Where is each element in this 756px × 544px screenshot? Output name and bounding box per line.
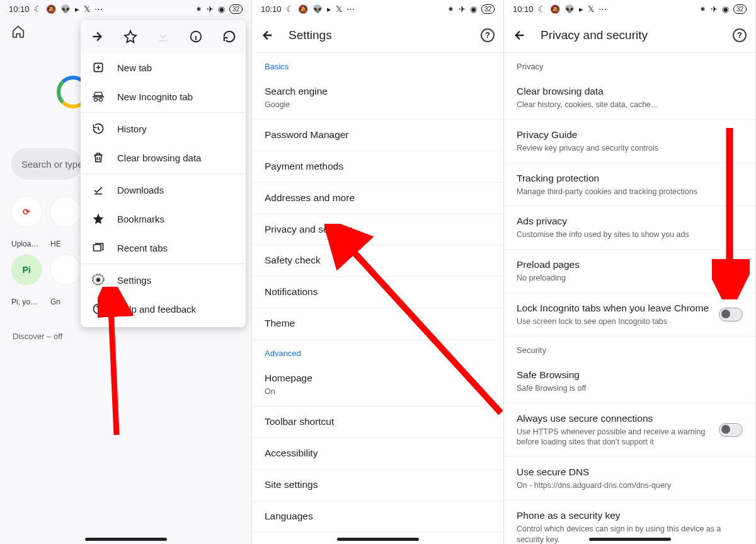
wifi-icon: ◉ <box>470 4 477 14</box>
setting-row[interactable]: Tracking protectionManage third-party co… <box>504 163 755 207</box>
setting-row[interactable]: Payment methods <box>252 151 503 183</box>
back-icon[interactable] <box>261 28 275 42</box>
setting-title: Clear browsing data <box>517 85 743 98</box>
panel-chrome-home: 10:10 ☾ 🔕 👽 ▸ 𝕏 ⋯ ⁕ ✈ ◉ 32 Search or typ… <box>0 0 252 544</box>
search-input[interactable]: Search or type URL <box>11 148 81 180</box>
incognito-icon <box>92 90 105 103</box>
help-icon[interactable]: ? <box>733 28 747 42</box>
panel-privacy: 10:10 ☾ 🔕 👽 ▸ 𝕏 ⋯ ⁕ ✈ ◉ 32 Privacy and s… <box>504 0 756 544</box>
setting-title: Safe Browsing <box>517 369 743 382</box>
tile-he[interactable] <box>50 197 81 231</box>
setting-subtitle: Manage third-party cookies and tracking … <box>517 187 743 197</box>
menu-bookmarks[interactable]: Bookmarks <box>81 204 246 233</box>
setting-row[interactable]: Ads privacyCustomise the info used by si… <box>504 206 755 250</box>
setting-row[interactable]: Addresses and more <box>252 183 503 214</box>
menu-downloads[interactable]: Downloads <box>81 175 246 204</box>
forward-icon[interactable] <box>90 30 104 43</box>
menu-label: New tab <box>117 62 152 73</box>
back-icon[interactable] <box>513 28 527 42</box>
setting-row[interactable]: Password Manager <box>252 120 503 151</box>
shortcut-tiles: ⟳ Uploading: 10... HE Pi Pi, your person… <box>11 197 81 306</box>
menu-help[interactable]: Help and feedback <box>81 294 246 323</box>
menu-new-tab[interactable]: New tab <box>81 53 246 82</box>
setting-row[interactable]: Preload pagesNo preloading <box>504 250 755 293</box>
setting-title: Phone as a security key <box>517 509 743 523</box>
bluetooth-icon: ⁕ <box>195 4 202 14</box>
search-placeholder: Search or type URL <box>21 159 81 170</box>
tile-pi[interactable]: Pi <box>11 255 42 289</box>
setting-subtitle: Control which devices can sign in by usi… <box>517 524 743 544</box>
home-icon[interactable] <box>11 25 25 38</box>
setting-row[interactable]: Notifications <box>252 277 503 308</box>
menu-label: New Incognito tab <box>117 91 193 102</box>
privacy-header: Privacy and security ? <box>504 18 755 53</box>
battery-icon: 32 <box>481 4 495 14</box>
mute-icon: 🔕 <box>46 4 56 14</box>
menu-recent-tabs[interactable]: Recent tabs <box>81 233 246 262</box>
setting-row[interactable]: Use secure DNSOn - https://dns.adguard-d… <box>504 457 755 501</box>
toggle-switch[interactable] <box>719 423 743 437</box>
toggle-switch[interactable] <box>719 308 743 321</box>
status-time: 10:10 <box>9 4 30 14</box>
setting-row[interactable]: Languages <box>252 501 503 533</box>
setting-row[interactable]: Lock Incognito tabs when you leave Chrom… <box>504 293 755 337</box>
wifi-icon: ◉ <box>722 4 729 14</box>
menu-label: Downloads <box>117 185 164 195</box>
settings-list: BasicsSearch engineGooglePassword Manage… <box>252 53 503 533</box>
setting-row[interactable]: Always use secure connectionsUse HTTPS w… <box>504 403 755 458</box>
airplane-icon: ✈ <box>711 4 718 14</box>
menu-history[interactable]: History <box>81 114 246 143</box>
status-bar: 10:10 ☾ 🔕 👽 ▸ 𝕏 ⋯ ⁕ ✈ ◉ 32 <box>504 0 755 18</box>
status-time: 10:10 <box>261 4 282 14</box>
section-label: Security <box>504 337 755 360</box>
tabs-icon <box>92 241 105 254</box>
menu-clear-data[interactable]: Clear browsing data <box>81 143 246 172</box>
setting-row[interactable]: Clear browsing dataClear history, cookie… <box>504 76 755 120</box>
reddit-icon: 👽 <box>60 4 71 14</box>
setting-row[interactable]: Accessibility <box>252 438 503 470</box>
bluetooth-icon: ⁕ <box>699 4 706 14</box>
help-icon[interactable]: ? <box>481 28 495 42</box>
more-icon: ⋯ <box>94 4 103 14</box>
setting-row[interactable]: Site settings <box>252 470 503 501</box>
setting-row[interactable]: Search engineGoogle <box>252 76 503 120</box>
svg-rect-2 <box>94 245 101 251</box>
menu-settings[interactable]: Settings <box>81 265 246 294</box>
x-icon: 𝕏 <box>84 4 90 14</box>
setting-subtitle: Google <box>265 100 491 110</box>
setting-title: Homepage <box>265 372 491 385</box>
setting-row[interactable]: Toolbar shortcut <box>252 407 503 438</box>
info-icon[interactable] <box>189 30 203 43</box>
setting-row[interactable]: Safety check <box>252 245 503 277</box>
menu-separator <box>81 173 246 174</box>
dnd-icon: ☾ <box>538 4 546 14</box>
setting-subtitle: Review key privacy and security controls <box>517 143 743 154</box>
setting-subtitle: Clear history, cookies, site data, cache… <box>517 100 743 110</box>
setting-row[interactable]: Theme <box>252 308 503 340</box>
setting-title: Tracking protection <box>517 172 743 185</box>
section-label: Advanced <box>252 340 503 363</box>
setting-title: Privacy and security <box>265 223 491 236</box>
menu-label: Help and feedback <box>117 304 196 315</box>
setting-subtitle: Use HTTPS whenever possible and receive … <box>517 427 719 448</box>
tile-label: Pi, your person... <box>11 298 42 306</box>
setting-row[interactable]: Safe BrowsingSafe Browsing is off <box>504 360 755 403</box>
setting-row[interactable]: HomepageOn <box>252 363 503 407</box>
mute-icon: 🔕 <box>550 4 560 14</box>
tile-uploading[interactable]: ⟳ <box>11 197 42 231</box>
status-time: 10:10 <box>513 4 534 14</box>
airplane-icon: ✈ <box>459 4 466 14</box>
refresh-icon[interactable] <box>222 30 236 43</box>
setting-subtitle: No preloading <box>517 273 743 284</box>
panel-settings: 10:10 ☾ 🔕 👽 ▸ 𝕏 ⋯ ⁕ ✈ ◉ 32 Settings ? Ba… <box>252 0 504 544</box>
menu-incognito[interactable]: New Incognito tab <box>81 82 246 111</box>
play-icon: ▸ <box>75 4 79 14</box>
setting-title: Use secure DNS <box>517 466 743 479</box>
tile-gn[interactable] <box>50 255 81 289</box>
setting-title: Always use secure connections <box>517 412 719 425</box>
setting-row[interactable]: Privacy GuideReview key privacy and secu… <box>504 120 755 163</box>
setting-title: Theme <box>265 317 491 330</box>
plus-box-icon <box>92 61 105 74</box>
setting-row[interactable]: Privacy and security <box>252 214 503 246</box>
star-icon[interactable] <box>123 30 137 43</box>
